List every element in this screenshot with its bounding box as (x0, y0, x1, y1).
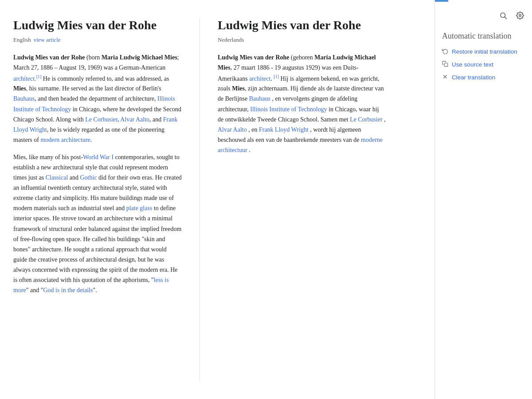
left-paragraph-1: Ludwig Mies van der Rohe (born Maria Lud… (13, 52, 182, 145)
right-article-text: Ludwig Mies van der Rohe (geboren Maria … (218, 52, 386, 155)
plate-glass-link[interactable]: plate glass (126, 205, 153, 211)
aalto-link-right[interactable]: Alvar Aalto (218, 126, 247, 133)
restore-translation-label: Restore initial translation (452, 48, 517, 55)
gear-icon (516, 12, 524, 20)
wright-link-right[interactable]: Frank Lloyd Wright (259, 126, 309, 133)
gothic-link[interactable]: Gothic (80, 174, 97, 181)
illinois-link-left[interactable]: Illinois Institute of Technology (13, 95, 175, 112)
left-title: Ludwig Mies van der Rohe (13, 18, 182, 33)
svg-rect-3 (444, 63, 448, 66)
right-paragraph-1: Ludwig Mies van der Rohe (geboren Maria … (218, 52, 386, 155)
sidebar: Automatic translation Restore initial tr… (434, 0, 532, 399)
classical-link[interactable]: Classical (46, 174, 68, 181)
search-icon (499, 12, 507, 20)
clear-translation-label: Clear translation (452, 74, 495, 81)
right-title: Ludwig Mies van der Rohe (218, 18, 386, 33)
architect-link-left[interactable]: architect. (13, 75, 36, 82)
left-paragraph-2: Mies, like many of his post-World War I … (13, 152, 182, 295)
wwi-link[interactable]: World War I (83, 154, 113, 160)
corbusier-link-right[interactable]: Le Corbusier (350, 116, 382, 123)
x-icon (442, 74, 448, 81)
svg-line-1 (505, 17, 506, 19)
sidebar-icon-row (442, 11, 525, 23)
search-icon-button[interactable] (498, 11, 508, 23)
illinois-link-right[interactable]: Illinois Institute of Technology (250, 106, 327, 113)
main-content: Ludwig Mies van der Rohe English view ar… (0, 0, 434, 399)
left-article-text: Ludwig Mies van der Rohe (born Maria Lud… (13, 52, 182, 295)
architect-link-right[interactable]: architect (249, 75, 270, 82)
bauhaus-link-left[interactable]: Bauhaus (13, 95, 35, 102)
use-source-text-button[interactable]: Use source text (442, 61, 493, 68)
aalto-link-left[interactable]: Alvar Aalto (120, 116, 149, 123)
left-panel: Ludwig Mies van der Rohe English view ar… (13, 18, 182, 381)
left-language: English (13, 35, 31, 45)
restore-icon (442, 48, 448, 55)
modern-arch-link-right[interactable]: moderne architectuur (218, 137, 383, 153)
bauhaus-link-right[interactable]: Bauhaus (249, 95, 270, 102)
settings-icon-button[interactable] (515, 11, 525, 23)
use-source-text-label: Use source text (452, 61, 493, 68)
restore-translation-button[interactable]: Restore initial translation (442, 48, 517, 55)
modern-arch-link-left[interactable]: modern architecture (40, 137, 90, 143)
sidebar-title: Automatic translation (442, 31, 525, 41)
svg-point-2 (519, 15, 521, 17)
corbusier-link-left[interactable]: Le Corbusier (85, 116, 117, 123)
right-panel: Ludwig Mies van der Rohe Nederlands Ludw… (218, 18, 386, 381)
right-meta: Nederlands (218, 35, 386, 45)
copy-icon (442, 61, 448, 68)
view-article-link[interactable]: view article (34, 35, 61, 45)
right-language: Nederlands (218, 35, 244, 45)
sidebar-accent-bar (435, 0, 448, 2)
clear-translation-button[interactable]: Clear translation (442, 74, 495, 81)
god-details-link[interactable]: God is in the details (43, 287, 93, 293)
left-meta: English view article (13, 35, 182, 45)
panel-divider (200, 18, 200, 381)
